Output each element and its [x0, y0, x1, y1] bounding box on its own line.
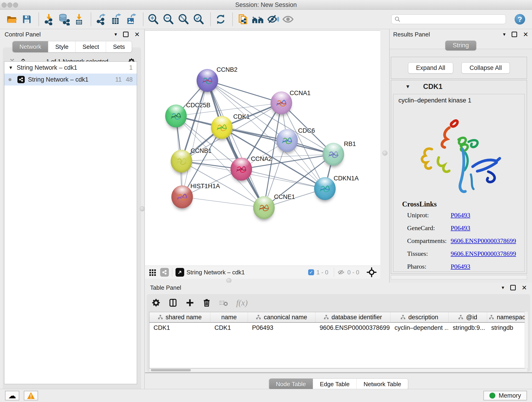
show-graphics-details-icon[interactable]: [281, 12, 295, 26]
detach-view-icon[interactable]: [176, 268, 184, 277]
edge-HIST1H1A-CCNE1[interactable]: [182, 197, 264, 208]
import-network-from-file-icon[interactable]: [42, 12, 56, 26]
table-cell[interactable]: stringdb:9...: [449, 324, 487, 332]
vertical-splitter-handle[interactable]: [382, 151, 387, 156]
panel-close-icon[interactable]: ✕: [523, 31, 528, 38]
selected-checkbox-icon[interactable]: ✓: [308, 269, 314, 275]
collapse-all-button[interactable]: Collapse All: [462, 62, 510, 74]
window-minimize-button[interactable]: [7, 2, 12, 7]
column-header-@id[interactable]: @id: [449, 312, 487, 322]
hide-unhide-graphics-icon[interactable]: [266, 12, 279, 26]
crosslink-link[interactable]: P06493: [451, 211, 470, 219]
column-header-description[interactable]: description: [390, 312, 449, 322]
table-cell[interactable]: cyclin–dependent ...: [390, 324, 449, 332]
hidden-eye-slash-icon[interactable]: [337, 268, 345, 276]
panel-menu-icon[interactable]: ▾: [503, 32, 505, 37]
delete-table-icon[interactable]: [219, 298, 228, 307]
panel-close-icon[interactable]: ✕: [522, 284, 527, 292]
node-CCNA2[interactable]: [230, 158, 252, 181]
network-overview-icon[interactable]: [160, 268, 169, 277]
column-header-canonical-name[interactable]: canonical name: [248, 312, 316, 322]
node-RB1[interactable]: [323, 143, 344, 166]
expand-all-button[interactable]: Expand All: [408, 62, 453, 74]
create-column-plus-icon[interactable]: [185, 298, 195, 307]
table-cell[interactable]: 9606.ENSP00000378699: [316, 324, 390, 332]
zoom-selected-icon[interactable]: [192, 12, 205, 26]
panel-menu-icon[interactable]: ▾: [501, 285, 504, 291]
network-canvas[interactable]: CCNB2CCNA1CDC25BCDK1CDC6RB1CCNB1CCNA2CDK…: [145, 31, 380, 266]
search-input[interactable]: [403, 16, 503, 23]
table-cell[interactable]: stringdb: [487, 324, 527, 332]
node-CCNB2[interactable]: [196, 69, 218, 92]
table-data-row[interactable]: CDK1CDK1P064939606.ENSP00000378699cyclin…: [149, 323, 527, 333]
help-icon[interactable]: ?: [515, 14, 525, 25]
node-CCNE1[interactable]: [253, 196, 275, 219]
fit-selected-crosshair-icon[interactable]: [367, 267, 377, 277]
horizontal-splitter[interactable]: [145, 279, 380, 283]
crosslink-link[interactable]: 9606.ENSP00000378699: [451, 250, 516, 257]
results-scrollbar-track[interactable]: [391, 275, 527, 279]
tab-style[interactable]: Style: [48, 41, 76, 52]
duplicate-network-icon[interactable]: [236, 12, 249, 26]
toolbar-search-box[interactable]: [391, 14, 506, 24]
tab-string[interactable]: String: [445, 41, 476, 51]
zoom-fit-content-icon[interactable]: [177, 12, 190, 26]
vertical-splitter[interactable]: [380, 29, 389, 283]
table-cell[interactable]: P06493: [248, 324, 316, 332]
column-header-namespac[interactable]: namespac: [487, 312, 527, 322]
table-hscrollbar-track[interactable]: [149, 368, 528, 372]
warnings-button[interactable]: [24, 391, 38, 400]
window-zoom-button[interactable]: [13, 2, 18, 7]
column-header-name[interactable]: name: [210, 312, 248, 322]
table-vscrollbar-track[interactable]: [525, 312, 528, 368]
panel-menu-icon[interactable]: ▾: [114, 32, 117, 37]
table-hscrollbar-thumb[interactable]: [151, 369, 191, 371]
tab-sets[interactable]: Sets: [106, 41, 132, 52]
node-CDK1[interactable]: [211, 116, 233, 139]
network-collection-row[interactable]: ▼ String Network – cdk1 1: [4, 62, 137, 74]
cloud-status-button[interactable]: ☁: [5, 391, 19, 400]
zoom-in-icon[interactable]: [147, 12, 160, 26]
show-columns-icon[interactable]: [168, 298, 177, 307]
left-splitter-handle[interactable]: [140, 206, 145, 211]
save-session-icon[interactable]: [20, 12, 33, 26]
zoom-out-icon[interactable]: [162, 12, 175, 26]
tab-node-table[interactable]: Node Table: [269, 379, 313, 390]
window-close-button[interactable]: [2, 2, 7, 7]
tab-network[interactable]: Network: [13, 41, 48, 52]
export-network-icon[interactable]: [94, 12, 108, 26]
node-CDKN1A[interactable]: [314, 177, 336, 200]
table-cell[interactable]: CDK1: [210, 324, 248, 332]
table-options-gear-icon[interactable]: [152, 298, 161, 307]
node-HIST1H1A[interactable]: [171, 185, 193, 208]
export-table-icon[interactable]: [109, 12, 123, 26]
edge-CCNB2-CCNA1[interactable]: [207, 80, 281, 103]
node-CCNB1[interactable]: [171, 150, 192, 172]
crosslink-link[interactable]: 9606.ENSP00000378699: [451, 237, 516, 245]
memory-button[interactable]: Memory: [483, 391, 527, 400]
birds-eye-view-icon[interactable]: [149, 268, 157, 276]
apply-preferred-layout-icon[interactable]: [214, 12, 227, 26]
node-CCNA1[interactable]: [271, 91, 292, 114]
panel-close-icon[interactable]: ✕: [134, 31, 140, 38]
export-image-icon[interactable]: [125, 12, 138, 26]
tab-edge-table[interactable]: Edge Table: [313, 379, 357, 390]
panel-float-icon[interactable]: [510, 285, 516, 290]
crosslink-link[interactable]: P06493: [451, 263, 470, 270]
tab-select[interactable]: Select: [76, 41, 106, 52]
entry-collapse-icon[interactable]: ▼: [405, 84, 410, 89]
node-CDC6[interactable]: [276, 129, 298, 152]
panel-float-icon[interactable]: [512, 32, 517, 37]
node-CDC25B[interactable]: [165, 104, 187, 128]
column-header-shared-name[interactable]: shared name: [149, 312, 210, 322]
tree-expand-icon[interactable]: ▼: [8, 65, 13, 70]
tab-network-table[interactable]: Network Table: [357, 379, 408, 390]
crosslink-link[interactable]: P06493: [451, 224, 470, 232]
network-row-selected[interactable]: String Network – cdk1 11 48: [4, 74, 137, 85]
delete-column-trash-icon[interactable]: [202, 298, 211, 307]
panel-float-icon[interactable]: [123, 32, 128, 37]
horizontal-splitter-handle[interactable]: [226, 278, 231, 283]
table-cell[interactable]: CDK1: [149, 324, 210, 332]
string-protein-query-icon[interactable]: [251, 12, 264, 26]
function-builder-icon[interactable]: f(x): [236, 298, 248, 307]
